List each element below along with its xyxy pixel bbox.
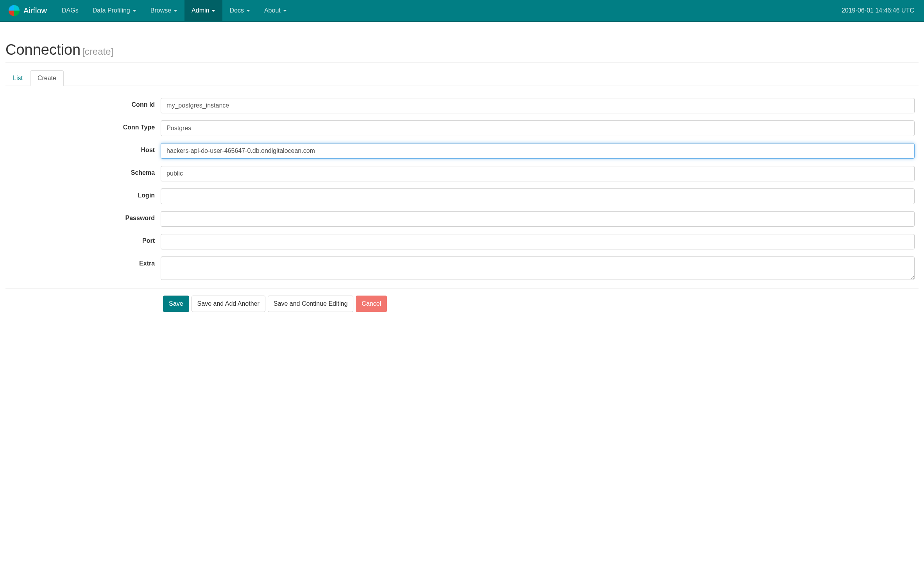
form-group-conn-type: Conn Type [5, 120, 919, 136]
nav-item-data-profiling[interactable]: Data Profiling [86, 0, 143, 21]
page-title: Connection [5, 41, 81, 58]
nav-item-about[interactable]: About [257, 0, 294, 21]
label-host: Host [5, 143, 161, 159]
brand-text: Airflow [23, 6, 47, 15]
chevron-down-icon [211, 10, 215, 12]
label-extra: Extra [5, 256, 161, 281]
chevron-down-icon [174, 10, 177, 12]
page-subtitle: [create] [82, 46, 113, 57]
password-input[interactable] [161, 211, 915, 227]
label-conn-type: Conn Type [5, 120, 161, 136]
conn-type-input[interactable] [161, 120, 915, 136]
save-continue-button[interactable]: Save and Continue Editing [268, 296, 353, 312]
label-password: Password [5, 211, 161, 227]
form-footer: Save Save and Add Another Save and Conti… [5, 288, 919, 312]
tab-list[interactable]: List [5, 70, 30, 86]
label-schema: Schema [5, 166, 161, 181]
conn-id-input[interactable] [161, 98, 915, 113]
nav-item-admin[interactable]: Admin [184, 0, 222, 21]
navbar-nav: DAGsData ProfilingBrowseAdminDocsAbout [55, 0, 842, 21]
form-group-conn-id: Conn Id [5, 98, 919, 113]
form-group-login: Login [5, 188, 919, 204]
nav-item-browse[interactable]: Browse [143, 0, 184, 21]
label-login: Login [5, 188, 161, 204]
tab-create[interactable]: Create [30, 70, 64, 86]
schema-input[interactable] [161, 166, 915, 181]
form-group-host: Host [5, 143, 919, 159]
nav-item-label: About [264, 7, 281, 14]
form-group-schema: Schema [5, 166, 919, 181]
nav-item-dags[interactable]: DAGs [55, 0, 86, 21]
host-input[interactable] [161, 143, 915, 159]
navbar-brand[interactable]: Airflow [8, 4, 47, 17]
airflow-logo-icon [8, 4, 20, 17]
nav-item-label: Admin [192, 7, 209, 14]
nav-item-label: Docs [229, 7, 244, 14]
port-input[interactable] [161, 234, 915, 249]
extra-input[interactable] [161, 256, 915, 280]
form-group-port: Port [5, 234, 919, 249]
chevron-down-icon [133, 10, 136, 12]
form-group-extra: Extra [5, 256, 919, 281]
navbar: Airflow DAGsData ProfilingBrowseAdminDoc… [0, 0, 924, 22]
cancel-button[interactable]: Cancel [356, 296, 387, 312]
nav-tabs: ListCreate [5, 70, 919, 86]
nav-item-label: Browse [150, 7, 171, 14]
login-input[interactable] [161, 188, 915, 204]
label-port: Port [5, 234, 161, 249]
page-header: Connection [create] [5, 30, 919, 63]
nav-item-label: DAGs [62, 7, 79, 14]
label-conn-id: Conn Id [5, 98, 161, 113]
nav-item-label: Data Profiling [93, 7, 130, 14]
navbar-clock: 2019-06-01 14:46:46 UTC [842, 7, 916, 14]
save-add-another-button[interactable]: Save and Add Another [192, 296, 265, 312]
form-group-password: Password [5, 211, 919, 227]
connection-form: Conn IdConn TypeHostSchemaLoginPasswordP… [5, 98, 919, 312]
chevron-down-icon [283, 10, 287, 12]
chevron-down-icon [246, 10, 250, 12]
save-button[interactable]: Save [163, 296, 189, 312]
nav-item-docs[interactable]: Docs [222, 0, 257, 21]
